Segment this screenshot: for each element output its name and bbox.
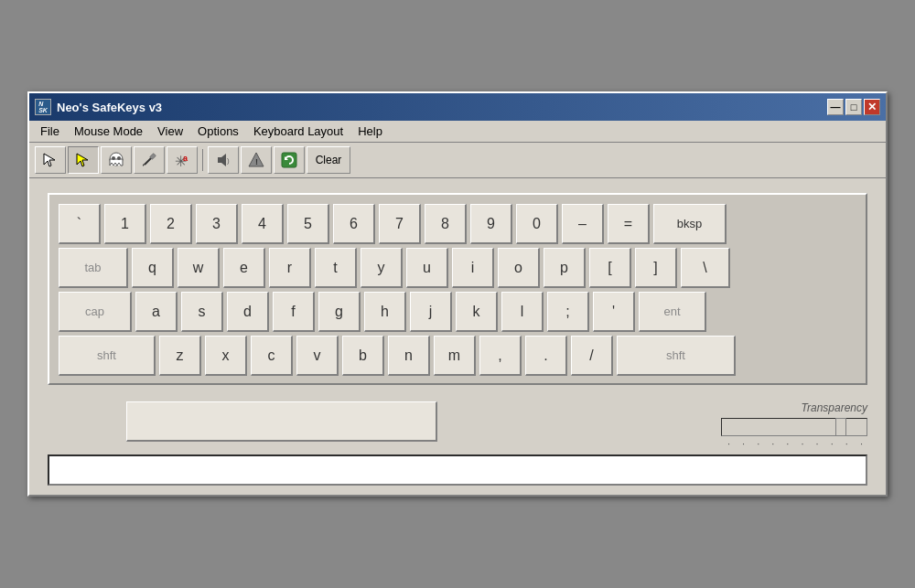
- pen-icon: [141, 152, 157, 168]
- key-shift-left[interactable]: shft: [59, 336, 156, 376]
- ghost-tool-button[interactable]: [101, 146, 132, 174]
- key-t[interactable]: t: [315, 248, 357, 288]
- key-3[interactable]: 3: [196, 204, 238, 244]
- cursor-alt-icon: [75, 152, 92, 168]
- key-row-3: cap a s d f g h j k l ; ' ent: [59, 292, 856, 332]
- cursor-tool-button[interactable]: [35, 146, 66, 174]
- key-v[interactable]: v: [296, 336, 339, 376]
- key-7[interactable]: 7: [379, 204, 421, 244]
- key-q[interactable]: q: [132, 248, 174, 288]
- menu-mouse-mode[interactable]: Mouse Mode: [67, 123, 150, 140]
- key-a[interactable]: a: [135, 292, 178, 332]
- key-r[interactable]: r: [269, 248, 311, 288]
- key-quote[interactable]: ': [593, 292, 635, 332]
- key-period[interactable]: .: [525, 336, 567, 376]
- spacebar-wrapper: [126, 401, 437, 442]
- key-right-bracket[interactable]: ]: [635, 248, 677, 288]
- ghost-icon: [107, 151, 125, 169]
- menu-file[interactable]: File: [33, 123, 67, 140]
- transparency-slider[interactable]: [721, 418, 867, 436]
- key-l[interactable]: l: [501, 292, 544, 332]
- key-shift-right[interactable]: shft: [617, 336, 736, 376]
- alert-tool-button[interactable]: !: [241, 146, 272, 174]
- key-slash[interactable]: /: [571, 336, 613, 376]
- key-left-bracket[interactable]: [: [589, 248, 631, 288]
- key-p[interactable]: p: [544, 248, 586, 288]
- refresh-tool-button[interactable]: [274, 146, 305, 174]
- key-comma[interactable]: ,: [479, 336, 522, 376]
- key-enter[interactable]: ent: [639, 292, 706, 332]
- key-row-4: shft z x c v b n m , . / shft: [59, 336, 856, 376]
- key-n[interactable]: n: [388, 336, 430, 376]
- key-y[interactable]: y: [361, 248, 403, 288]
- key-equals[interactable]: =: [608, 204, 650, 244]
- svg-point-4: [112, 156, 115, 160]
- svg-rect-15: [282, 153, 296, 167]
- key-j[interactable]: j: [410, 292, 452, 332]
- key-backslash[interactable]: \: [681, 248, 730, 288]
- minimize-button[interactable]: —: [827, 99, 844, 115]
- menu-options[interactable]: Options: [190, 123, 246, 140]
- output-input[interactable]: [48, 454, 867, 486]
- clear-button[interactable]: Clear: [307, 146, 350, 174]
- key-m[interactable]: m: [434, 336, 476, 376]
- key-f[interactable]: f: [273, 292, 315, 332]
- key-row-1: ` 1 2 3 4 5 6 7 8 9 0 – = bksp: [59, 204, 856, 244]
- transparency-ticks: · · · · · · · · · ·: [721, 438, 867, 449]
- menu-keyboard-layout[interactable]: Keyboard Layout: [246, 123, 350, 140]
- key-s[interactable]: s: [181, 292, 223, 332]
- key-8[interactable]: 8: [425, 204, 467, 244]
- key-tab[interactable]: tab: [59, 248, 128, 288]
- key-e[interactable]: e: [223, 248, 265, 288]
- key-z[interactable]: z: [159, 336, 201, 376]
- svg-text:!: !: [255, 157, 258, 166]
- key-u[interactable]: u: [406, 248, 448, 288]
- pen-tool-button[interactable]: [134, 146, 165, 174]
- key-6[interactable]: 6: [333, 204, 375, 244]
- maximize-button[interactable]: □: [845, 99, 862, 115]
- key-backtick[interactable]: `: [59, 204, 101, 244]
- key-minus[interactable]: –: [562, 204, 604, 244]
- title-bar-left: NSK Neo's SafeKeys v3: [35, 99, 162, 115]
- key-i[interactable]: i: [452, 248, 494, 288]
- menu-bar: File Mouse Mode View Options Keyboard La…: [29, 121, 886, 143]
- window-title: Neo's SafeKeys v3: [57, 101, 162, 114]
- key-0[interactable]: 0: [516, 204, 558, 244]
- key-w[interactable]: w: [178, 248, 220, 288]
- keyboard-area: ` 1 2 3 4 5 6 7 8 9 0 – = bksp tab q w e: [29, 178, 886, 394]
- key-spacebar[interactable]: [126, 401, 437, 442]
- key-1[interactable]: 1: [104, 204, 146, 244]
- menu-view[interactable]: View: [150, 123, 190, 140]
- svg-marker-11: [218, 154, 226, 166]
- key-4[interactable]: 4: [242, 204, 284, 244]
- close-button[interactable]: ✕: [864, 99, 880, 115]
- window-controls: — □ ✕: [827, 99, 880, 115]
- key-9[interactable]: 9: [470, 204, 512, 244]
- key-5[interactable]: 5: [287, 204, 329, 244]
- key-capslock[interactable]: cap: [59, 292, 132, 332]
- sound-tool-button[interactable]: ): [208, 146, 239, 174]
- key-b[interactable]: b: [342, 336, 384, 376]
- svg-marker-0: [44, 154, 55, 166]
- key-c[interactable]: c: [251, 336, 293, 376]
- virtual-keyboard: ` 1 2 3 4 5 6 7 8 9 0 – = bksp tab q w e: [48, 193, 867, 385]
- key-x[interactable]: x: [205, 336, 247, 376]
- key-h[interactable]: h: [364, 292, 406, 332]
- cursor-alt-tool-button[interactable]: [68, 146, 99, 174]
- spacebar-container: [48, 401, 721, 442]
- key-k[interactable]: k: [456, 292, 498, 332]
- svg-point-5: [117, 156, 121, 160]
- key-o[interactable]: o: [498, 248, 540, 288]
- menu-help[interactable]: Help: [350, 123, 390, 140]
- key-g[interactable]: g: [318, 292, 361, 332]
- refresh-icon: [280, 151, 298, 169]
- key-row-2: tab q w e r t y u i o p [ ] \: [59, 248, 856, 288]
- key-semicolon[interactable]: ;: [547, 292, 589, 332]
- key-2[interactable]: 2: [150, 204, 192, 244]
- app-icon: NSK: [35, 99, 51, 115]
- key-backspace[interactable]: bksp: [653, 204, 727, 244]
- title-bar: NSK Neo's SafeKeys v3 — □ ✕: [29, 93, 886, 121]
- spacebar-transparency-row: Transparency · · · · · · · · · ·: [48, 401, 867, 449]
- key-d[interactable]: d: [227, 292, 269, 332]
- star-tool-button[interactable]: ✳ a: [167, 146, 198, 174]
